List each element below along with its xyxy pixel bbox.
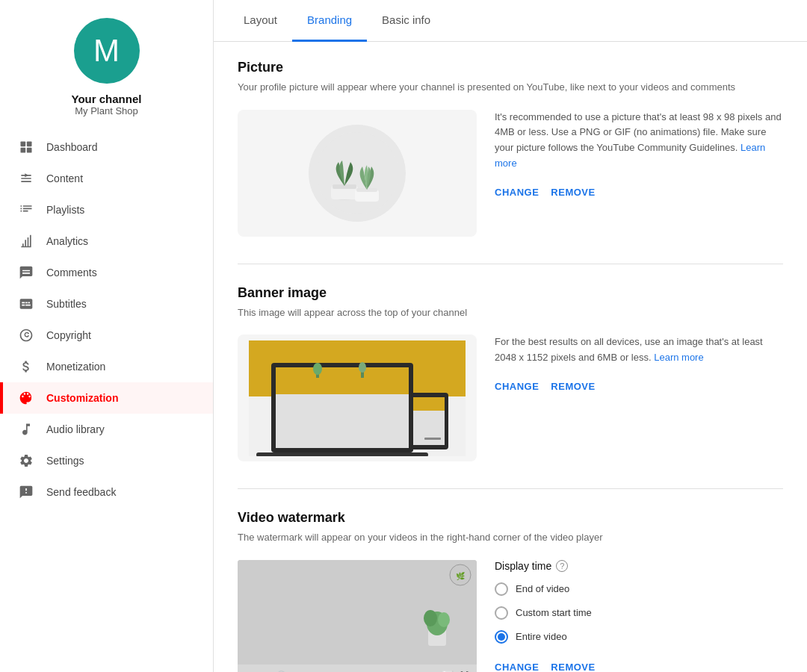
banner-change-button[interactable]: CHANGE (495, 378, 539, 395)
sidebar-item-audio-library[interactable]: Audio library (0, 414, 213, 445)
display-time-options: End of video Custom start time E (495, 582, 783, 644)
radio-label-custom: Custom start time (516, 607, 592, 618)
picture-preview (238, 110, 477, 237)
svg-rect-8 (333, 184, 356, 189)
profile-picture-circle (309, 125, 406, 222)
svg-rect-3 (27, 148, 32, 153)
feedback-icon (18, 484, 34, 500)
radio-custom-start[interactable]: Custom start time (495, 606, 783, 620)
picture-description: Your profile picture will appear where y… (238, 80, 783, 95)
radio-circle-custom (495, 606, 508, 620)
analytics-label: Analytics (46, 235, 88, 247)
sidebar-item-content[interactable]: Content (0, 163, 213, 194)
help-icon[interactable]: ? (556, 560, 568, 572)
tabs: Layout Branding Basic info (214, 0, 807, 42)
banner-actions: CHANGE REMOVE (495, 378, 783, 395)
picture-title: Picture (238, 60, 783, 75)
analytics-icon (18, 233, 34, 249)
audio-library-label: Audio library (46, 423, 105, 435)
radio-end-of-video[interactable]: End of video (495, 582, 783, 596)
content-label: Content (46, 172, 83, 184)
dollar-icon (18, 358, 34, 375)
sidebar-item-copyright[interactable]: Copyright (0, 320, 213, 351)
picture-remove-button[interactable]: REMOVE (551, 184, 595, 201)
content-icon (18, 170, 34, 187)
banner-learn-more[interactable]: Learn more (654, 352, 703, 363)
plant-illustration (316, 132, 398, 214)
subtitles-icon (18, 296, 34, 312)
video-preview: 🌿 ▶ ⏭ 🔊 ⚙ ⬜ ⛶ (238, 560, 477, 673)
picture-info-text: It's recommended to use a picture that's… (495, 110, 783, 172)
svg-rect-2 (21, 148, 26, 153)
radio-circle-entire (495, 630, 508, 644)
video-controls: ▶ ⏭ 🔊 ⚙ ⬜ ⛶ (238, 665, 477, 673)
watermark-section: Video watermark The watermark will appea… (238, 510, 783, 672)
tab-branding[interactable]: Branding (292, 0, 367, 42)
settings-label: Settings (46, 455, 84, 467)
sidebar-item-analytics[interactable]: Analytics (0, 225, 213, 257)
picture-body: It's recommended to use a picture that's… (238, 110, 783, 237)
comments-label: Comments (46, 267, 97, 279)
sidebar-item-dashboard[interactable]: Dashboard (0, 131, 213, 163)
subtitles-label: Subtitles (46, 298, 87, 310)
radio-label-entire: Entire video (516, 631, 567, 642)
monetization-label: Monetization (46, 361, 105, 373)
banner-device-mockup (249, 340, 466, 456)
tab-basic-info[interactable]: Basic info (367, 0, 445, 42)
svg-text:🌿: 🌿 (456, 571, 466, 581)
sidebar-item-subtitles[interactable]: Subtitles (0, 288, 213, 320)
radio-dot-entire (498, 633, 505, 641)
svg-rect-0 (21, 142, 26, 147)
tab-layout[interactable]: Layout (229, 0, 292, 42)
dashboard-label: Dashboard (46, 141, 98, 153)
channel-title: Your channel (72, 93, 142, 105)
main-content: Layout Branding Basic info Picture Your … (214, 0, 807, 672)
banner-body: For the best results on all devices, use… (238, 335, 783, 461)
sidebar-item-send-feedback[interactable]: Send feedback (0, 476, 213, 508)
settings-icon (18, 452, 34, 469)
sidebar-item-monetization[interactable]: Monetization (0, 351, 213, 382)
radio-label-end: End of video (516, 583, 569, 594)
video-content: 🌿 (238, 560, 477, 665)
svg-point-29 (424, 610, 437, 626)
sidebar-item-comments[interactable]: Comments (0, 257, 213, 288)
sidebar-item-playlists[interactable]: Playlists (0, 194, 213, 225)
nav-list: Dashboard Content Playlists Analytics (0, 131, 213, 508)
picture-change-button[interactable]: CHANGE (495, 184, 539, 201)
watermark-body: 🌿 ▶ ⏭ 🔊 ⚙ ⬜ ⛶ (238, 560, 783, 673)
picture-info: It's recommended to use a picture that's… (495, 110, 783, 201)
watermark-change-button[interactable]: CHANGE (495, 659, 539, 673)
svg-marker-4 (25, 173, 28, 177)
divider-1 (238, 264, 783, 264)
banner-section: Banner image This image will appear acro… (238, 285, 783, 462)
radio-entire-video[interactable]: Entire video (495, 630, 783, 644)
playlists-icon (18, 202, 34, 218)
svg-point-21 (359, 362, 366, 373)
send-feedback-label: Send feedback (46, 486, 116, 498)
svg-rect-25 (424, 438, 441, 440)
content-area: Picture Your profile picture will appear… (214, 42, 807, 672)
copyright-icon (18, 327, 34, 343)
sidebar-item-settings[interactable]: Settings (0, 445, 213, 476)
channel-name: My Plant Shop (75, 105, 138, 116)
watermark-description: The watermark will appear on your videos… (238, 530, 783, 545)
banner-description: This image will appear across the top of… (238, 305, 783, 320)
banner-info: For the best results on all devices, use… (495, 335, 783, 395)
banner-preview-container (238, 335, 477, 461)
picture-actions: CHANGE REMOVE (495, 184, 783, 201)
customization-icon (18, 390, 34, 406)
svg-rect-26 (238, 560, 477, 665)
comments-icon (18, 264, 34, 281)
svg-rect-24 (413, 397, 445, 411)
banner-info-text: For the best results on all devices, use… (495, 335, 783, 366)
watermark-remove-button[interactable]: REMOVE (551, 659, 595, 673)
sidebar: M Your channel My Plant Shop Dashboard C… (0, 0, 214, 672)
svg-rect-17 (256, 452, 428, 456)
watermark-info: Display time ? End of video Custom start… (495, 560, 783, 673)
playlists-label: Playlists (46, 204, 84, 216)
video-screen: 🌿 (238, 560, 477, 665)
banner-remove-button[interactable]: REMOVE (551, 378, 595, 395)
picture-section: Picture Your profile picture will appear… (238, 60, 783, 237)
sidebar-item-customization[interactable]: Customization (0, 382, 213, 414)
watermark-title: Video watermark (238, 510, 783, 526)
